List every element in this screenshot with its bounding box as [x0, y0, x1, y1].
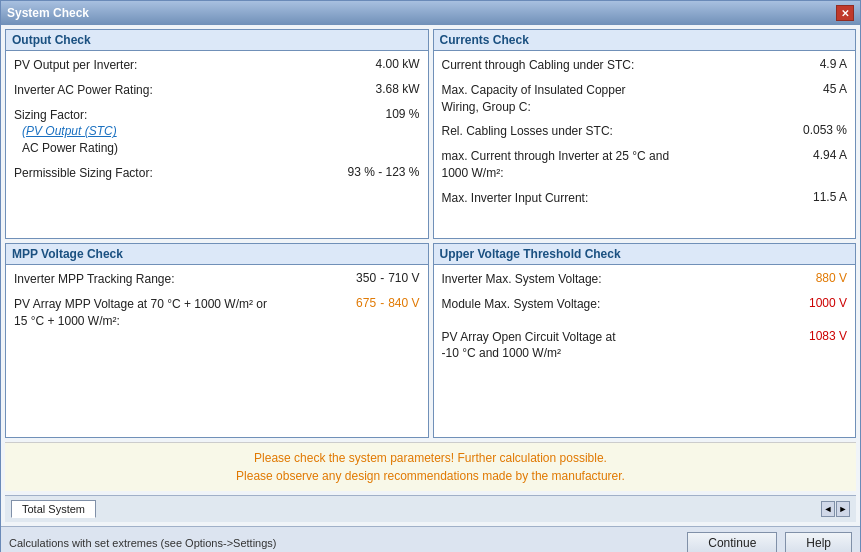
continue-button[interactable]: Continue	[687, 532, 777, 552]
max-current-inverter-value: 4.94 A	[813, 148, 847, 162]
output-check-body: PV Output per Inverter: 4.00 kW Inverter…	[6, 51, 428, 238]
warning-line1: Please check the system parameters! Furt…	[11, 449, 850, 467]
pv-open-circuit-value: 1083 V	[809, 329, 847, 343]
sizing-factor-row: Sizing Factor: (PV Output (STC) AC Power…	[14, 107, 420, 157]
scroll-arrows: ◄ ►	[821, 501, 850, 517]
sizing-factor-sub2: AC Power Rating)	[14, 140, 377, 157]
max-inverter-input-label: Max. Inverter Input Current:	[442, 190, 805, 207]
window-title: System Check	[7, 6, 89, 20]
mpp-tracking-low: 350	[356, 271, 376, 285]
permissible-sizing-label: Permissible Sizing Factor:	[14, 165, 339, 182]
window-body: Output Check PV Output per Inverter: 4.0…	[1, 25, 860, 526]
permissible-sizing-row: Permissible Sizing Factor: 93 % - 123 %	[14, 165, 420, 182]
rel-cabling-label: Rel. Cabling Losses under STC:	[442, 123, 795, 140]
mpp-voltage-panel: MPP Voltage Check Inverter MPP Tracking …	[5, 243, 429, 438]
title-bar: System Check ✕	[1, 1, 860, 25]
pv-array-mpp-high: 840 V	[388, 296, 419, 310]
close-button[interactable]: ✕	[836, 5, 854, 21]
tab-bar: Total System ◄ ►	[5, 495, 856, 522]
module-max-voltage-label: Module Max. System Voltage:	[442, 296, 801, 313]
output-check-panel: Output Check PV Output per Inverter: 4.0…	[5, 29, 429, 239]
inverter-max-voltage-label: Inverter Max. System Voltage:	[442, 271, 808, 288]
pv-array-mpp-label: PV Array MPP Voltage at 70 °C + 1000 W/m…	[14, 296, 348, 330]
upper-voltage-panel: Upper Voltage Threshold Check Inverter M…	[433, 243, 857, 438]
max-current-inverter-row: max. Current through Inverter at 25 °C a…	[442, 148, 848, 182]
currents-check-panel: Currents Check Current through Cabling u…	[433, 29, 857, 239]
scroll-left-arrow[interactable]: ◄	[821, 501, 835, 517]
currents-check-header: Currents Check	[434, 30, 856, 51]
system-check-window: System Check ✕ Output Check PV Output pe…	[0, 0, 861, 552]
pv-array-mpp-row: PV Array MPP Voltage at 70 °C + 1000 W/m…	[14, 296, 420, 330]
max-current-inverter-label: max. Current through Inverter at 25 °C a…	[442, 148, 805, 182]
top-panels-row: Output Check PV Output per Inverter: 4.0…	[5, 29, 856, 239]
mpp-tracking-row: Inverter MPP Tracking Range: 350 - 710 V	[14, 271, 420, 288]
max-inverter-input-row: Max. Inverter Input Current: 11.5 A	[442, 190, 848, 207]
calc-text: Calculations with set extremes (see Opti…	[9, 537, 276, 549]
pv-open-circuit-label: PV Array Open Circuit Voltage at-10 °C a…	[442, 329, 801, 363]
inverter-ac-value: 3.68 kW	[375, 82, 419, 96]
tab-total-system[interactable]: Total System	[11, 500, 96, 518]
pv-output-value: 4.00 kW	[375, 57, 419, 71]
pv-output-label: PV Output per Inverter:	[14, 57, 367, 74]
current-cabling-value: 4.9 A	[820, 57, 847, 71]
mpp-tracking-label: Inverter MPP Tracking Range:	[14, 271, 348, 288]
sizing-factor-main: Sizing Factor:	[14, 107, 377, 124]
bottom-panels-row: MPP Voltage Check Inverter MPP Tracking …	[5, 243, 856, 438]
mpp-voltage-body: Inverter MPP Tracking Range: 350 - 710 V…	[6, 265, 428, 437]
inverter-max-voltage-value: 880 V	[816, 271, 847, 285]
pv-array-mpp-range: 675 - 840 V	[356, 296, 419, 310]
inverter-max-voltage-row: Inverter Max. System Voltage: 880 V	[442, 271, 848, 288]
tab-area: Total System	[11, 500, 815, 518]
module-max-voltage-row: Module Max. System Voltage: 1000 V	[442, 296, 848, 313]
sizing-factor-label: Sizing Factor: (PV Output (STC) AC Power…	[14, 107, 377, 157]
max-capacity-row: Max. Capacity of Insulated CopperWiring,…	[442, 82, 848, 116]
max-capacity-value: 45 A	[823, 82, 847, 96]
rel-cabling-row: Rel. Cabling Losses under STC: 0.053 %	[442, 123, 848, 140]
inverter-ac-label: Inverter AC Power Rating:	[14, 82, 367, 99]
sizing-factor-sub1: (PV Output (STC)	[14, 123, 377, 140]
inverter-ac-row: Inverter AC Power Rating: 3.68 kW	[14, 82, 420, 99]
upper-voltage-header: Upper Voltage Threshold Check	[434, 244, 856, 265]
currents-check-body: Current through Cabling under STC: 4.9 A…	[434, 51, 856, 238]
mpp-tracking-high: 710 V	[388, 271, 419, 285]
max-inverter-input-value: 11.5 A	[813, 190, 847, 204]
mpp-tracking-range: 350 - 710 V	[356, 271, 419, 285]
footer-bar: Calculations with set extremes (see Opti…	[1, 526, 860, 552]
footer-buttons: Continue Help	[687, 532, 852, 552]
help-button[interactable]: Help	[785, 532, 852, 552]
pv-array-mpp-dash: -	[380, 296, 384, 310]
permissible-sizing-value: 93 % - 123 %	[347, 165, 419, 179]
max-capacity-label: Max. Capacity of Insulated CopperWiring,…	[442, 82, 815, 116]
warning-bar: Please check the system parameters! Furt…	[5, 442, 856, 491]
current-cabling-label: Current through Cabling under STC:	[442, 57, 812, 74]
mpp-voltage-header: MPP Voltage Check	[6, 244, 428, 265]
rel-cabling-value: 0.053 %	[803, 123, 847, 137]
current-cabling-row: Current through Cabling under STC: 4.9 A	[442, 57, 848, 74]
pv-array-mpp-low: 675	[356, 296, 376, 310]
sizing-factor-value: 109 %	[385, 107, 419, 121]
scroll-right-arrow[interactable]: ►	[836, 501, 850, 517]
output-check-header: Output Check	[6, 30, 428, 51]
pv-array-mpp-value: 675 - 840 V	[356, 296, 419, 310]
upper-voltage-body: Inverter Max. System Voltage: 880 V Modu…	[434, 265, 856, 437]
mpp-tracking-dash: -	[380, 271, 384, 285]
pv-output-row: PV Output per Inverter: 4.00 kW	[14, 57, 420, 74]
pv-open-circuit-row: PV Array Open Circuit Voltage at-10 °C a…	[442, 329, 848, 363]
warning-line2: Please observe any design recommendation…	[11, 467, 850, 485]
module-max-voltage-value: 1000 V	[809, 296, 847, 310]
mpp-tracking-value: 350 - 710 V	[356, 271, 419, 285]
